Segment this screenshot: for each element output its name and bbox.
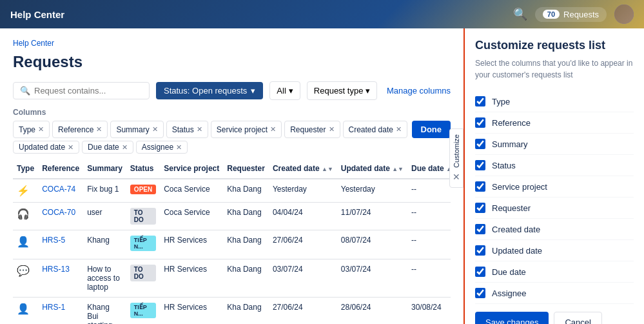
col-summary[interactable]: Summary (83, 159, 126, 179)
checkbox-item-summary[interactable]: Summary (475, 134, 634, 155)
checkbox-type[interactable] (475, 96, 485, 106)
tag-due-date[interactable]: Due date✕ (82, 141, 133, 154)
checkbox-item-created-date[interactable]: Created date (475, 219, 634, 240)
checkbox-item-assignee[interactable]: Assignee (475, 283, 634, 304)
cell-service-project: HR Services (160, 298, 223, 325)
checkbox-label-created-date: Created date (492, 225, 540, 234)
done-button[interactable]: Done (412, 121, 451, 138)
cell-summary: Fix bug 1 (83, 179, 126, 203)
cell-type: 🎧 (13, 203, 38, 230)
checkbox-due-date[interactable] (475, 267, 485, 277)
customize-handle-close-icon[interactable]: ✕ (453, 172, 460, 182)
tag-summary-close[interactable]: ✕ (152, 125, 158, 134)
checkbox-label-due-date: Due date (492, 267, 526, 277)
checkbox-service-project[interactable] (475, 181, 485, 192)
cell-service-project: Coca Service (160, 179, 223, 203)
table-row[interactable]: 👤 HRS-1 Khang Bui starting later this mo… (13, 298, 451, 325)
checkbox-list: Type Reference Summary Status Service pr… (475, 91, 634, 304)
manage-columns-button[interactable]: Manage columns (387, 86, 451, 96)
status-filter-label: Status: Open requests (164, 86, 247, 96)
requests-badge[interactable]: 70 Requests (535, 7, 607, 22)
checkbox-assignee[interactable] (475, 288, 485, 298)
checkbox-requester[interactable] (475, 203, 485, 213)
cell-status: TO DO (126, 259, 160, 298)
col-due-date[interactable]: Due date ▲▼ (407, 159, 451, 179)
chevron-down-icon: ▾ (251, 86, 255, 96)
checkbox-item-updated-date[interactable]: Updated date (475, 240, 634, 261)
search-button[interactable]: 🔍 (513, 7, 527, 21)
avatar-image (614, 5, 634, 24)
tag-reference[interactable]: Reference✕ (52, 121, 108, 138)
col-type[interactable]: Type (13, 159, 38, 179)
tag-requester[interactable]: Requester✕ (284, 121, 340, 138)
tag-reference-close[interactable]: ✕ (96, 125, 102, 134)
search-field[interactable]: 🔍 (13, 82, 150, 99)
cancel-button[interactable]: Cancel (554, 312, 601, 324)
cell-reference[interactable]: COCA-74 (38, 179, 83, 203)
tag-created-date[interactable]: Created date✕ (343, 121, 407, 138)
table-row[interactable]: 💬 HRS-13 How to access to laptop TO DO H… (13, 259, 451, 298)
checkbox-label-service-project: Service project (492, 182, 547, 192)
tag-service-project[interactable]: Service project✕ (211, 121, 282, 138)
save-changes-button[interactable]: Save changes (475, 312, 549, 324)
page-title: Requests (13, 53, 451, 71)
tag-type[interactable]: Type✕ (13, 121, 50, 138)
search-input[interactable] (34, 86, 142, 96)
checkbox-updated-date[interactable] (475, 245, 485, 256)
all-filter-button[interactable]: All ▾ (269, 81, 300, 100)
sort-icon-created: ▲▼ (322, 166, 333, 172)
checkbox-item-requester[interactable]: Requester (475, 197, 634, 219)
requests-label: Requests (563, 10, 599, 19)
status-filter-button[interactable]: Status: Open requests ▾ (156, 82, 263, 99)
header: Help Center 🔍 70 Requests (0, 0, 644, 28)
table-row[interactable]: ⚡ COCA-74 Fix bug 1 OPEN Coca Service Kh… (13, 179, 451, 203)
checkbox-item-status[interactable]: Status (475, 155, 634, 176)
tag-assignee-close[interactable]: ✕ (176, 143, 182, 152)
tag-created-date-close[interactable]: ✕ (396, 125, 402, 134)
tag-status-close[interactable]: ✕ (197, 125, 202, 134)
cell-created-date: 04/04/24 (269, 203, 337, 230)
cell-created-date: 27/06/24 (269, 230, 337, 259)
col-updated-date[interactable]: Updated date ▲▼ (337, 159, 407, 179)
checkbox-summary[interactable] (475, 139, 485, 149)
tag-assignee[interactable]: Assignee✕ (136, 141, 188, 154)
checkbox-created-date[interactable] (475, 224, 485, 234)
breadcrumb[interactable]: Help Center (13, 39, 451, 48)
tag-updated-date-close[interactable]: ✕ (68, 143, 73, 152)
col-created-date[interactable]: Created date ▲▼ (269, 159, 337, 179)
checkbox-item-type[interactable]: Type (475, 91, 634, 112)
customize-handle[interactable]: Customize ✕ (449, 128, 463, 188)
customize-panel-footer: Save changes Cancel (475, 304, 634, 324)
table-row[interactable]: 🎧 COCA-70 user TO DO Coca Service Kha Da… (13, 203, 451, 230)
cell-reference[interactable]: HRS-13 (38, 259, 83, 298)
checkbox-item-service-project[interactable]: Service project (475, 176, 634, 197)
tag-service-project-close[interactable]: ✕ (270, 125, 276, 134)
tag-updated-date[interactable]: Updated date✕ (13, 141, 79, 154)
header-title: Help Center (10, 9, 64, 20)
avatar[interactable] (614, 5, 634, 24)
tag-status[interactable]: Status✕ (166, 121, 208, 138)
cell-reference[interactable]: HRS-1 (38, 298, 83, 325)
checkbox-label-updated-date: Updated date (492, 246, 542, 256)
cell-due-date: -- (407, 230, 451, 259)
cell-reference[interactable]: COCA-70 (38, 203, 83, 230)
col-status[interactable]: Status (126, 159, 160, 179)
cell-type: 💬 (13, 259, 38, 298)
tag-due-date-close[interactable]: ✕ (122, 143, 128, 152)
tag-requester-close[interactable]: ✕ (329, 125, 335, 134)
table-row[interactable]: 👤 HRS-5 Khang TIẾP N... HR Services Kha … (13, 230, 451, 259)
request-type-button[interactable]: Request type ▾ (307, 81, 378, 100)
table-header-row: Type Reference Summary Status Service pr… (13, 159, 451, 179)
checkbox-item-due-date[interactable]: Due date (475, 261, 634, 283)
checkbox-item-reference[interactable]: Reference (475, 112, 634, 134)
checkbox-reference[interactable] (475, 117, 485, 128)
col-requester[interactable]: Requester (223, 159, 269, 179)
cell-reference[interactable]: HRS-5 (38, 230, 83, 259)
checkbox-status[interactable] (475, 160, 485, 170)
col-service-project[interactable]: Service project (160, 159, 223, 179)
sort-icon-updated: ▲▼ (392, 166, 404, 172)
col-reference[interactable]: Reference (38, 159, 83, 179)
tag-type-close[interactable]: ✕ (38, 125, 44, 134)
customize-panel-title: Customize requests list (475, 39, 634, 52)
tag-summary[interactable]: Summary✕ (110, 121, 163, 138)
